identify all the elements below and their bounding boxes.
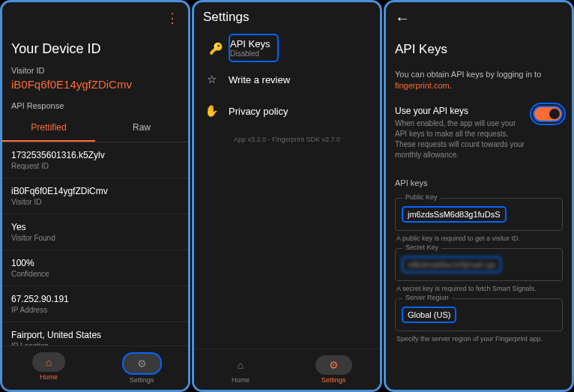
row-confidence: 100%Confidence: [2, 250, 188, 286]
nav-bar: ⌂Home ⚙Settings: [2, 346, 188, 390]
row-ip-location: Fairport, United StatesIP Location: [2, 322, 188, 346]
intro-text: You can obtain API keys by logging in to…: [386, 63, 572, 98]
header: ←: [386, 2, 572, 34]
row-request-id: 1732535601316.k5ZylvRequest ID: [2, 142, 188, 178]
content: Settings 🔑 API KeysDisabled ☆ Write a re…: [194, 2, 380, 349]
privacy-icon: ✋: [205, 104, 218, 118]
page-title: Settings: [203, 10, 249, 25]
content: ⋮ Your Device ID Visitor ID iB0Fq6f0E14y…: [2, 2, 188, 346]
toggle-row: Use your API keys When enabled, the app …: [386, 98, 572, 168]
nav-settings[interactable]: ⚙Settings: [287, 355, 380, 384]
key-icon: 🔑: [209, 42, 223, 55]
version-text: App v3.2.0 - Fingerprint SDK v2.7.0: [194, 127, 380, 152]
settings-item-privacy[interactable]: ✋ Privacy policy: [194, 95, 380, 127]
row-visitor-id: iB0Fq6f0E14ygfZDiCmvVisitor ID: [2, 178, 188, 214]
row-ip-address: 67.252.90.191IP Address: [2, 286, 188, 322]
settings-screen: Settings 🔑 API KeysDisabled ☆ Write a re…: [192, 0, 382, 392]
secret-key-value: x8kdmsb6w.hr9jrnwf.cja: [402, 256, 501, 273]
api-keys-wrapper: 🔑 API KeysDisabled: [200, 34, 374, 62]
page-title: API Keys: [386, 34, 572, 63]
visitor-id-label: Visitor ID: [2, 66, 188, 75]
use-api-keys-toggle[interactable]: [533, 106, 563, 122]
public-key-field[interactable]: Public Key jm6zdsSsM6d83g1fuDsS A public…: [395, 198, 563, 242]
gear-icon: ⚙: [137, 358, 147, 370]
region-hint: Specify the server region of your Finger…: [395, 335, 563, 343]
data-list: 1732535601316.k5ZylvRequest ID iB0Fq6f0E…: [2, 142, 188, 346]
nav-bar: ⌂Home ⚙Settings: [194, 349, 380, 390]
tab-prettified[interactable]: Prettified: [2, 115, 95, 142]
public-key-hint: A public key is required to get a visito…: [395, 235, 563, 242]
region-field[interactable]: Server Region Global (US) Specify the se…: [395, 298, 563, 343]
home-icon: ⌂: [238, 359, 244, 371]
star-icon: ☆: [205, 73, 218, 86]
tab-raw[interactable]: Raw: [95, 115, 188, 142]
visitor-id-value: iB0Fq6f0E14ygfZDiCmv: [2, 75, 188, 98]
api-keys-screen: ← API Keys You can obtain API keys by lo…: [384, 0, 574, 392]
gear-icon: ⚙: [329, 359, 339, 371]
toggle-title: Use your API keys: [395, 106, 525, 116]
toggle-desc: When enabled, the app will use your API …: [395, 118, 525, 160]
nav-home[interactable]: ⌂Home: [2, 352, 95, 384]
header: ⋮: [2, 2, 188, 34]
device-id-screen: ⋮ Your Device ID Visitor ID iB0Fq6f0E14y…: [0, 0, 190, 392]
api-response-label: API Response: [2, 101, 188, 115]
api-keys-section-label: API keys: [386, 168, 572, 192]
secret-key-field[interactable]: Secret Key x8kdmsb6w.hr9jrnwf.cja A secr…: [395, 248, 563, 292]
home-icon: ⌂: [46, 356, 52, 368]
tabs: Prettified Raw: [2, 115, 188, 142]
content: ← API Keys You can obtain API keys by lo…: [386, 2, 572, 390]
page-title: Your Device ID: [2, 34, 188, 63]
kebab-menu-icon[interactable]: ⋮: [166, 10, 179, 26]
fingerprint-link[interactable]: fingerprint.com: [395, 81, 450, 90]
back-arrow-icon[interactable]: ←: [395, 10, 410, 27]
row-visitor-found: YesVisitor Found: [2, 214, 188, 250]
settings-item-api-keys[interactable]: 🔑 API KeysDisabled: [229, 34, 279, 62]
nav-home[interactable]: ⌂Home: [194, 355, 287, 384]
region-value: Global (US): [402, 307, 456, 323]
settings-item-review[interactable]: ☆ Write a review: [194, 64, 380, 95]
public-key-value: jm6zdsSsM6d83g1fuDsS: [402, 206, 507, 223]
header: Settings: [194, 2, 380, 32]
secret-key-hint: A secret key is required to fetch Smart …: [395, 285, 563, 292]
nav-settings[interactable]: ⚙Settings: [95, 352, 188, 384]
